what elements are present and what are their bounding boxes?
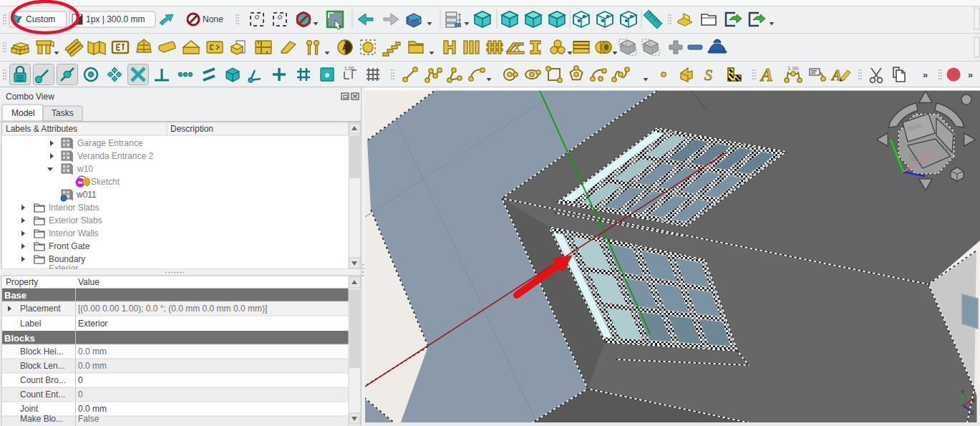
svg-text:0.0 mm: 0.0 mm [78, 404, 107, 414]
svg-text:Model: Model [11, 108, 35, 118]
svg-text:Y: Y [961, 389, 965, 395]
svg-text:Veranda Entrance 2: Veranda Entrance 2 [77, 151, 153, 161]
svg-text:»: » [923, 69, 928, 80]
svg-text:Exterior Slabs: Exterior Slabs [49, 216, 102, 226]
svg-text:S: S [704, 66, 712, 84]
svg-text:Base: Base [4, 290, 26, 301]
svg-text:Count Bro...: Count Bro... [20, 375, 66, 385]
svg-text:Count Ent...: Count Ent... [20, 389, 65, 400]
svg-text:»: » [968, 69, 973, 80]
svg-text:Label: Label [20, 319, 41, 329]
svg-text:w011: w011 [76, 190, 97, 200]
svg-text:0: 0 [78, 389, 83, 400]
svg-text:[(0.00 0.00 1.00); 0.0 °; (0.0: [(0.00 0.00 1.00); 0.0 °; (0.0 mm 0.0 mm… [78, 304, 267, 314]
svg-text:0: 0 [78, 375, 83, 385]
svg-text:Joint: Joint [20, 404, 39, 414]
svg-text:0.0 mm: 0.0 mm [78, 347, 107, 357]
svg-text:A: A [760, 65, 773, 84]
svg-text:1.00: 1.00 [787, 65, 799, 72]
svg-text:X: X [971, 397, 976, 404]
svg-text:Combo View: Combo View [6, 92, 54, 102]
svg-text:Make Blo...: Make Blo... [20, 414, 63, 424]
svg-text:Boundary: Boundary [49, 254, 85, 264]
svg-text:Description: Description [170, 124, 213, 134]
svg-text:Front Gate: Front Gate [49, 241, 90, 251]
svg-text:Sketcht: Sketcht [91, 177, 120, 187]
svg-text:Placement: Placement [20, 304, 61, 314]
svg-text:0.0 mm: 0.0 mm [78, 361, 107, 371]
svg-text:Property: Property [6, 277, 38, 287]
svg-text:Block Hei...: Block Hei... [20, 347, 64, 357]
svg-text:False: False [78, 414, 100, 424]
svg-text:None: None [203, 14, 223, 24]
svg-text:Interior Walls: Interior Walls [49, 228, 99, 238]
svg-text:Value: Value [78, 277, 100, 287]
svg-text:1px | 300.0 mm: 1px | 300.0 mm [86, 14, 145, 24]
svg-text:Block Len...: Block Len... [20, 361, 65, 371]
svg-text:1.00: 1.00 [344, 66, 354, 71]
svg-text:Z: Z [971, 410, 974, 416]
svg-text:A: A [342, 43, 348, 52]
svg-text:Blocks: Blocks [4, 333, 35, 344]
svg-text:Tasks: Tasks [52, 108, 74, 118]
svg-text:Custom: Custom [26, 14, 55, 24]
svg-text:w10: w10 [77, 164, 93, 174]
svg-text:Garage Entrance: Garage Entrance [77, 138, 143, 148]
svg-text:Labels & Attributes: Labels & Attributes [6, 124, 77, 134]
svg-text:Interior Slabs: Interior Slabs [49, 203, 100, 213]
svg-text:Exterior: Exterior [78, 319, 107, 329]
